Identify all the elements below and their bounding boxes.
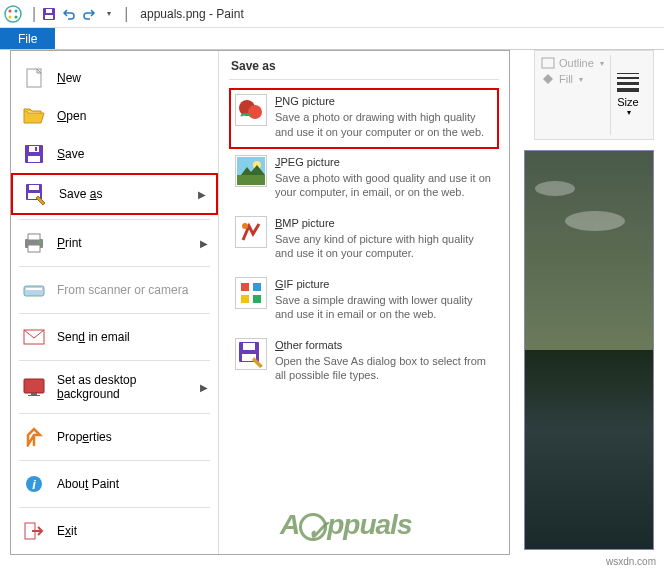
- separator: [19, 360, 210, 361]
- menu-open[interactable]: Open: [11, 97, 218, 135]
- svg-point-0: [5, 6, 21, 22]
- menu-label: From scanner or camera: [57, 283, 208, 297]
- svg-rect-45: [542, 58, 554, 68]
- svg-rect-20: [24, 286, 44, 296]
- window-title: appuals.png - Paint: [140, 7, 243, 21]
- submenu-text: Other formats Open the Save As dialog bo…: [275, 338, 493, 383]
- separator: [19, 313, 210, 314]
- menu-label: About Paint: [57, 477, 208, 491]
- ribbon-tabs: File: [0, 28, 664, 50]
- svg-rect-18: [28, 245, 40, 252]
- svg-rect-10: [28, 156, 40, 162]
- svg-point-19: [39, 241, 41, 243]
- footer-text: wsxdn.com: [606, 556, 656, 567]
- svg-rect-17: [28, 234, 40, 240]
- svg-point-2: [15, 9, 18, 12]
- svg-text:i: i: [32, 477, 36, 492]
- ribbon-shape-group: Outline▾ Fill▾ Size ▾: [534, 50, 654, 140]
- separator: |: [124, 5, 128, 23]
- save-as-png[interactable]: PNG picture Save a photo or drawing with…: [229, 88, 499, 149]
- menu-label: Set as desktop background: [57, 373, 200, 401]
- menu-about[interactable]: i About Paint: [11, 465, 218, 503]
- file-menu-left: New Open Save Save as ▶: [11, 51, 219, 554]
- svg-rect-15: [29, 185, 39, 190]
- svg-rect-21: [26, 288, 42, 290]
- gif-icon: [235, 277, 267, 309]
- desktop-icon: [21, 376, 47, 398]
- submenu-arrow-icon: ▶: [200, 382, 208, 393]
- separator: [19, 460, 210, 461]
- save-icon[interactable]: [40, 5, 58, 23]
- title-bar: | ▾ | appuals.png - Paint: [0, 0, 664, 28]
- separator: [229, 79, 499, 80]
- svg-point-1: [9, 9, 12, 12]
- outline-icon: [541, 57, 555, 69]
- print-icon: [21, 232, 47, 254]
- png-icon: [235, 94, 267, 126]
- bmp-icon: [235, 216, 267, 248]
- size-dropdown[interactable]: Size ▾: [611, 51, 645, 139]
- separator: [19, 219, 210, 220]
- properties-icon: [21, 426, 47, 448]
- svg-rect-33: [237, 175, 265, 185]
- svg-rect-38: [241, 283, 249, 291]
- save-icon: [21, 143, 47, 165]
- size-icon: [617, 73, 639, 92]
- separator: [19, 413, 210, 414]
- menu-save[interactable]: Save: [11, 135, 218, 173]
- svg-rect-6: [45, 15, 53, 19]
- outline-dropdown[interactable]: Outline▾: [541, 55, 604, 71]
- menu-label: Exit: [57, 524, 208, 538]
- fill-dropdown[interactable]: Fill▾: [541, 71, 604, 87]
- file-tab[interactable]: File: [0, 28, 55, 49]
- svg-rect-11: [29, 146, 39, 152]
- menu-properties[interactable]: Properties: [11, 418, 218, 456]
- menu-label: Print: [57, 236, 200, 250]
- svg-point-36: [242, 223, 248, 229]
- about-icon: i: [21, 473, 47, 495]
- file-backstage: New Open Save Save as ▶: [10, 50, 510, 555]
- save-as-gif[interactable]: GIF picture Save a simple drawing with l…: [229, 271, 499, 332]
- submenu-text: JPEG picture Save a photo with good qual…: [275, 155, 493, 200]
- quick-access-toolbar: ▾ |: [40, 5, 132, 23]
- svg-rect-25: [28, 395, 40, 396]
- menu-send-email[interactable]: Send in email: [11, 318, 218, 356]
- svg-point-31: [248, 105, 262, 119]
- open-icon: [21, 105, 47, 127]
- menu-desktop-background[interactable]: Set as desktop background ▶: [11, 365, 218, 409]
- fill-icon: [541, 73, 555, 85]
- submenu-arrow-icon: ▶: [200, 238, 208, 249]
- menu-label: Save as: [59, 187, 198, 201]
- paint-logo-icon: [4, 5, 22, 23]
- exit-icon: [21, 520, 47, 542]
- menu-label: Properties: [57, 430, 208, 444]
- svg-point-3: [9, 15, 12, 18]
- svg-point-4: [15, 15, 18, 18]
- menu-label: New: [57, 71, 208, 85]
- svg-rect-40: [241, 295, 249, 303]
- new-icon: [21, 67, 47, 89]
- separator: [19, 507, 210, 508]
- separator: [19, 266, 210, 267]
- menu-exit[interactable]: Exit: [11, 512, 218, 550]
- email-icon: [21, 326, 47, 348]
- menu-save-as[interactable]: Save as ▶: [11, 173, 218, 215]
- save-as-jpeg[interactable]: JPEG picture Save a photo with good qual…: [229, 149, 499, 210]
- submenu-text: BMP picture Save any kind of picture wit…: [275, 216, 493, 261]
- undo-icon[interactable]: [60, 5, 78, 23]
- submenu-text: GIF picture Save a simple drawing with l…: [275, 277, 493, 322]
- qat-dropdown-icon[interactable]: ▾: [100, 5, 118, 23]
- menu-label: Save: [57, 147, 208, 161]
- save-as-bmp[interactable]: BMP picture Save any kind of picture wit…: [229, 210, 499, 271]
- redo-icon[interactable]: [80, 5, 98, 23]
- svg-rect-23: [24, 379, 44, 393]
- submenu-title: Save as: [229, 59, 499, 73]
- svg-rect-41: [253, 295, 261, 303]
- other-formats-icon: [235, 338, 267, 370]
- menu-print[interactable]: Print ▶: [11, 224, 218, 262]
- save-as-other[interactable]: Other formats Open the Save As dialog bo…: [229, 332, 499, 393]
- svg-rect-44: [243, 343, 255, 350]
- canvas-image: [524, 150, 654, 550]
- menu-new[interactable]: New: [11, 59, 218, 97]
- svg-rect-39: [253, 283, 261, 291]
